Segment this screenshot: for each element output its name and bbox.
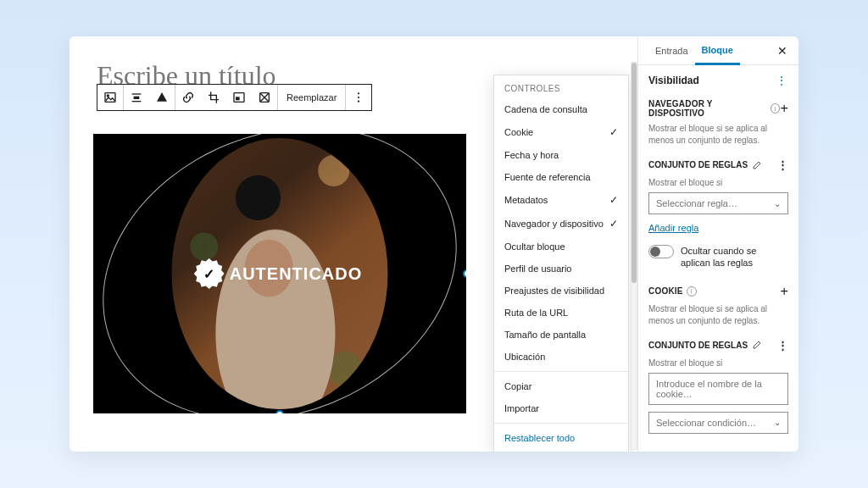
- add-cookie-rule-icon[interactable]: +: [780, 285, 788, 298]
- chevron-down-icon: ⌄: [774, 418, 781, 427]
- svg-point-8: [358, 92, 359, 94]
- control-item-location[interactable]: Ubicación: [494, 346, 628, 368]
- cookie-rules-title: CONJUNTO DE REGLAS: [648, 341, 748, 350]
- show-if-label: Mostrar el bloque si: [648, 178, 788, 187]
- section-cookie-title: COOKIE: [648, 286, 683, 296]
- control-item-browser-device[interactable]: Navegador y dispositivo✓: [494, 212, 628, 236]
- info-icon[interactable]: i: [771, 103, 781, 114]
- cookie-name-input[interactable]: Introduce el nombre de la cookie…: [648, 373, 788, 405]
- sidebar-scrollbar[interactable]: [631, 62, 637, 450]
- scrollbar-thumb[interactable]: [632, 63, 637, 283]
- check-icon: ✓: [609, 218, 618, 230]
- svg-rect-3: [134, 97, 140, 99]
- cookie-ruleset-options-icon[interactable]: ⋮: [777, 339, 788, 352]
- svg-rect-4: [132, 101, 142, 102]
- more-options-icon[interactable]: [346, 85, 371, 110]
- svg-rect-6: [236, 97, 239, 100]
- cookie-hint: Mostrar el bloque si se aplica al menos …: [648, 303, 788, 327]
- verified-seal-icon: ✓: [198, 262, 221, 286]
- control-item-referral[interactable]: Fuente de referencia: [494, 166, 628, 188]
- hide-when-rules-toggle[interactable]: [648, 245, 674, 258]
- visibility-options-icon[interactable]: ⋮: [775, 74, 788, 87]
- visibility-panel: Visibilidad ⋮ NAVEGADOR Y DISPOSITIVO i …: [638, 65, 798, 446]
- control-import[interactable]: Importar: [494, 397, 628, 419]
- control-reset-all[interactable]: Restablecer todo: [494, 427, 628, 449]
- visibility-title: Visibilidad: [648, 75, 699, 86]
- tab-block[interactable]: Bloque: [695, 36, 740, 65]
- chevron-down-icon: ⌄: [774, 199, 781, 208]
- block-toolbar: Reemplazar: [97, 84, 372, 111]
- settings-sidebar: Entrada Bloque ✕ Visibilidad ⋮ NAVEGADOR…: [637, 36, 798, 452]
- control-item-screen-size[interactable]: Tamaño de pantalla: [494, 324, 628, 346]
- image-block[interactable]: ✓ AUTENTICADO: [93, 134, 466, 413]
- cookie-show-if-label: Mostrar el bloque si: [648, 358, 788, 368]
- resize-handle-right[interactable]: [463, 269, 466, 278]
- align-icon[interactable]: [124, 85, 149, 110]
- rule-select[interactable]: Seleccionar regla… ⌄: [648, 192, 788, 214]
- caption-icon[interactable]: [149, 85, 175, 110]
- image-overlay-badge: ✓ AUTENTICADO: [198, 262, 363, 286]
- browser-hint: Mostrar el bloque si se aplica al menos …: [648, 123, 788, 147]
- svg-rect-0: [105, 93, 115, 103]
- svg-rect-2: [132, 93, 142, 94]
- control-copy[interactable]: Copiar: [494, 375, 628, 397]
- add-browser-rule-icon[interactable]: +: [780, 102, 788, 115]
- app-window: Escribe un título Reemplazar: [70, 36, 798, 452]
- control-item-cookie[interactable]: Cookie✓: [494, 120, 628, 144]
- edit-icon[interactable]: [752, 340, 762, 350]
- close-sidebar-icon[interactable]: ✕: [775, 43, 790, 58]
- image-overlay-text: AUTENTICADO: [230, 264, 363, 284]
- replace-button[interactable]: Reemplazar: [278, 85, 345, 110]
- control-item-user-profile[interactable]: Perfil de usuario: [494, 258, 628, 280]
- control-item-hide-block[interactable]: Ocultar bloque: [494, 236, 628, 258]
- resize-handle-bottom[interactable]: [275, 410, 284, 413]
- editor-canvas: Escribe un título Reemplazar: [70, 36, 637, 452]
- edit-icon[interactable]: [752, 160, 762, 170]
- control-item-visibility-presets[interactable]: Preajustes de visibilidad: [494, 280, 628, 302]
- section-browser-title: NAVEGADOR Y DISPOSITIVO: [648, 99, 767, 118]
- hide-toggle-label: Ocultar cuando se aplican las reglas: [681, 245, 788, 269]
- tab-post[interactable]: Entrada: [648, 37, 695, 64]
- control-item-url-path[interactable]: Ruta de la URL: [494, 302, 628, 324]
- ruleset-options-icon[interactable]: ⋮: [777, 158, 788, 171]
- controls-header: CONTROLES: [494, 75, 628, 98]
- svg-point-9: [358, 97, 359, 98]
- crop-icon[interactable]: [201, 85, 226, 110]
- controls-dropdown: CONTROLES Cadena de consulta Cookie✓ Fec…: [493, 75, 629, 452]
- control-item-metadata[interactable]: Metadatos✓: [494, 188, 628, 212]
- svg-point-1: [107, 95, 108, 97]
- cookie-condition-select[interactable]: Seleccionar condición… ⌄: [648, 412, 788, 434]
- check-icon: ✓: [609, 126, 618, 138]
- info-icon[interactable]: i: [687, 286, 697, 297]
- duotone-icon[interactable]: [252, 85, 277, 110]
- add-rule-link[interactable]: Añadir regla: [648, 223, 698, 233]
- sidebar-tabs: Entrada Bloque ✕: [638, 36, 798, 65]
- image-block-icon[interactable]: [97, 85, 123, 110]
- control-item-date-time[interactable]: Fecha y hora: [494, 144, 628, 166]
- overlay-icon[interactable]: [226, 85, 252, 110]
- rules-set-title: CONJUNTO DE REGLAS: [648, 160, 748, 169]
- link-icon[interactable]: [175, 85, 201, 110]
- control-item-query-string[interactable]: Cadena de consulta: [494, 98, 628, 120]
- svg-point-10: [358, 101, 359, 103]
- check-icon: ✓: [609, 194, 618, 206]
